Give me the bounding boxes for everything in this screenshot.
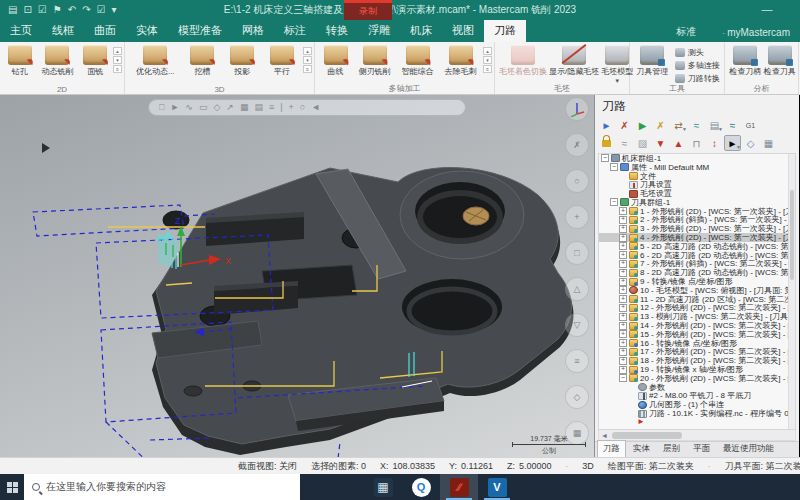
clear-selection-icon[interactable]: □ [159, 100, 164, 115]
tree-row[interactable]: 8 - 2D 高速刀路 (2D 动态铣削) - [WCS: 第二次装夹] - [… [599, 268, 795, 277]
tree-expander[interactable] [619, 374, 627, 382]
tree-expander[interactable] [619, 242, 627, 250]
tree-row[interactable]: 6 - 2D 高速刀路 (2D 动态铣削) - [WCS: 第二次装夹] - [… [599, 251, 795, 260]
tree-expander[interactable] [610, 198, 618, 206]
tree-row[interactable]: 7 - 外形铣削 (斜插) - [WCS: 第二次装夹] - [刀具面: 第二 [599, 260, 795, 269]
account-link[interactable]: myMastercam [722, 27, 790, 38]
manager-tab-最近使用功能[interactable]: 最近使用功能 [717, 440, 780, 457]
tree-row[interactable]: 16 - 转换/镜像 点/坐标/图形 [599, 339, 795, 348]
tree-expander[interactable] [619, 313, 627, 321]
group-scroll-buttons[interactable]: ▴▾≡ [303, 45, 312, 73]
ribbon-item-优化动态...[interactable]: 优化动态... [136, 45, 175, 77]
lock-operations-icon[interactable] [598, 135, 615, 151]
grid-icon[interactable]: ▤ [254, 100, 263, 115]
chain-select-icon[interactable]: ∿ [185, 100, 193, 115]
tree-row[interactable]: 毛坯设置 [599, 189, 795, 198]
tree-row[interactable]: 11 - 2D 高速刀路 (2D 区域) - [WCS: 第二次装夹] - [刀… [599, 295, 795, 304]
tree-expander[interactable] [619, 216, 627, 224]
tree-row[interactable]: 参数 [599, 383, 795, 392]
snap-icon[interactable]: ≡ [269, 100, 274, 115]
tree-row[interactable]: 13 - 模削刀路 - [WCS: 第二次装夹] - [刀具面: 第二次装 [599, 312, 795, 321]
backplot-selected-icon[interactable]: ▤▼ [706, 117, 723, 133]
pan-icon[interactable]: + [289, 100, 294, 115]
ribbon-item-动态铣削[interactable]: 动态铣削 [41, 45, 73, 77]
tab-视图[interactable]: 视图 [442, 20, 484, 42]
tree-expander[interactable] [619, 286, 627, 294]
ribbon-item-显示/隐藏毛坯[interactable]: 显示/隐藏毛坯 [549, 45, 599, 84]
ghost-operations-icon[interactable]: ▨ [634, 135, 651, 151]
manager-tab-平面[interactable]: 平面 [687, 440, 716, 457]
group-scroll-buttons[interactable]: ▴▾≡ [483, 45, 492, 73]
save-icon[interactable]: ▤ [8, 0, 17, 20]
gnomon-button[interactable] [565, 97, 589, 121]
tree-expander[interactable] [619, 357, 627, 365]
unselect-all-operations-icon[interactable]: ✗ [616, 117, 633, 133]
tree-expander[interactable] [619, 322, 627, 330]
tree-row[interactable]: #2 - M8.00 平铣刀 - 8 平底刀 [599, 392, 795, 401]
window-select-icon[interactable]: ▭ [199, 100, 208, 115]
tree-expander[interactable] [619, 251, 627, 259]
taskbar-app-mastercam[interactable]: ∕∕ [440, 474, 478, 500]
tree-row[interactable]: 刀具群组-1 [599, 198, 795, 207]
tree-row[interactable]: 9 - 转换/镜像 点/坐标/图形 [599, 277, 795, 286]
tree-expander[interactable] [619, 304, 627, 312]
tree-expander[interactable] [619, 225, 627, 233]
ribbon-item-多轴连接[interactable]: 多轴连接 [675, 60, 720, 71]
tree-row[interactable]: 14 - 外形铣削 (2D) - [WCS: 第二次装夹] - [刀具面: 第二 [599, 321, 795, 330]
ribbon-item-面铣[interactable]: 面铣 [83, 45, 107, 77]
tab-刀路[interactable]: 刀路 [484, 20, 526, 42]
tree-horizontal-scrollbar[interactable]: ◄ [598, 430, 796, 441]
ribbon-item-毛坯模型[interactable]: 毛坯模型▼ [601, 45, 633, 84]
tab-标注[interactable]: 标注 [274, 20, 316, 42]
manager-tab-刀路[interactable]: 刀路 [597, 440, 626, 457]
start-button[interactable] [0, 474, 24, 500]
tab-线框[interactable]: 线框 [42, 20, 84, 42]
tree-row[interactable]: 2 - 外形铣削 (斜插) - [WCS: 第一次装夹] - [刀具面: 第一 [599, 216, 795, 225]
taskbar-app-calculator[interactable]: ▦ [364, 474, 402, 500]
tree-vertical-scrollbar[interactable] [788, 154, 795, 429]
ribbon-item-挖槽[interactable]: 挖槽 [190, 45, 214, 77]
manager-tab-实体[interactable]: 实体 [627, 440, 656, 457]
tab-实体[interactable]: 实体 [126, 20, 168, 42]
tree-row[interactable]: 刀路 - 10.1K - 实例编程.nc - 程序编号 0 [599, 409, 795, 418]
screen-button[interactable]: □ [565, 241, 589, 265]
scroll-insert-arrow-icon[interactable]: ↕ [706, 135, 723, 151]
ribbon-item-检查刀具[interactable]: 检查刀具 [764, 45, 796, 77]
ribbon-item-曲线[interactable]: 曲线 [324, 45, 348, 77]
simulate-icon[interactable]: ≈ [724, 117, 741, 133]
pin-button[interactable]: ▽ [565, 313, 589, 337]
mode-3d-toggle[interactable]: 3D [582, 461, 594, 471]
marker-button[interactable]: ◇ [565, 385, 589, 409]
tree-row[interactable]: 3 - 外形铣削 (2D) - [WCS: 第一次装夹] - [刀具面: 第一次 [599, 224, 795, 233]
tree-expander[interactable] [601, 154, 609, 162]
ribbon-item-钻孔[interactable]: 钻孔 [8, 45, 32, 77]
ribbon-item-平行[interactable]: 平行 [270, 45, 294, 77]
redo-icon[interactable]: ↷ [82, 0, 90, 20]
tree-row[interactable]: 15 - 外形铣削 (2D) - [WCS: 第二次装夹] - [刀具面: 第二 [599, 330, 795, 339]
tree-expander[interactable] [619, 207, 627, 215]
tree-row[interactable]: 文件 [599, 172, 795, 181]
brush-button[interactable]: ≡ [565, 349, 589, 373]
group-scroll-buttons[interactable]: ▴▾≡ [113, 45, 122, 73]
tab-浮雕[interactable]: 浮雕 [358, 20, 400, 42]
tree-row[interactable]: 19 - 转换/镜像 x 轴/坐标/图形 [599, 365, 795, 374]
tab-网格[interactable]: 网格 [232, 20, 274, 42]
minimize-button[interactable]: — [756, 0, 778, 20]
display-geometry-icon[interactable]: ◇ [742, 135, 759, 151]
tree-row[interactable]: 20 - 外形铣削 (2D) - [WCS: 第二次装夹] - [刀具面: 第二 [599, 374, 795, 383]
tool-button[interactable]: △ [565, 277, 589, 301]
display-selected-icon[interactable]: ▦ [760, 135, 777, 151]
graphics-viewport[interactable]: Z X □►∿▭◇↗▦▤≡|+○◄ ✗○+□△▽≡◇▦ 19.737 毫米 公制 [0, 95, 595, 457]
tree-expander[interactable] [619, 260, 627, 268]
tab-曲面[interactable]: 曲面 [84, 20, 126, 42]
tree-row[interactable]: ► [599, 418, 795, 427]
ribbon-item-测头[interactable]: 测头 [675, 47, 720, 58]
tree-expander[interactable] [619, 339, 627, 347]
settings-button[interactable]: ○ [565, 169, 589, 193]
tree-expander[interactable] [619, 366, 627, 374]
link-button[interactable]: + [565, 205, 589, 229]
ribbon-item-侧刃铣削[interactable]: 侧刃铣削 [359, 45, 391, 77]
tree-row[interactable]: 几何图形 - (1) 个串连 [599, 400, 795, 409]
tree-row[interactable]: 10 - 毛坯模型 - [WCS: 俯视图] - [刀具面: 第二次装夹] [599, 286, 795, 295]
tree-row[interactable]: 机床群组-1 [599, 154, 795, 163]
